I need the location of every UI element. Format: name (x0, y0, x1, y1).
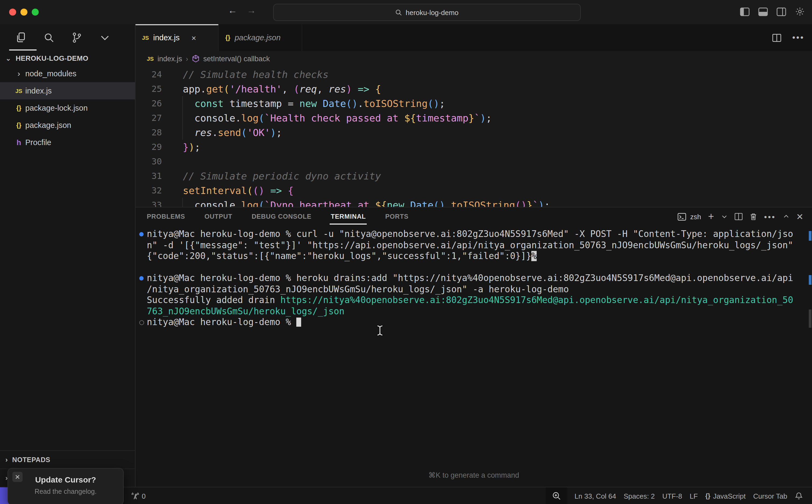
toggle-secondary-sidebar-icon[interactable] (777, 7, 786, 16)
breadcrumb-separator: › (186, 55, 188, 63)
close-panel-icon[interactable]: ✕ (796, 211, 803, 222)
code-line-33[interactable]: 33 console.log(`Dyno heartbeat at ${new … (135, 198, 812, 207)
eol-status[interactable]: LF (686, 487, 702, 504)
editor-tab-package.json[interactable]: {}package.json (219, 24, 302, 51)
bottom-panel: PROBLEMSOUTPUTDEBUG CONSOLETERMINALPORTS… (135, 207, 812, 487)
terminal-line: Successfully added drain https://nitya%4… (147, 295, 808, 306)
terminal-cursor (296, 318, 301, 327)
root-folder-label: HEROKU-LOG-DEMO (16, 54, 88, 62)
code-line-28[interactable]: 28 res.send('OK'); (135, 125, 812, 140)
command-decoration-icon[interactable] (139, 276, 143, 280)
history-back-icon[interactable]: ← (228, 5, 237, 16)
workspace-root-folder[interactable]: ⌄ HEROKU-LOG-DEMO (0, 51, 135, 65)
terminal-line: n" -d '[{"message": "test"}]' "https://a… (147, 240, 808, 251)
activity-bar (0, 24, 135, 51)
terminal-line: {"code":200,"status":[{"name":"heroku_lo… (147, 251, 808, 262)
code-line-24[interactable]: 24// Simulate health checks (135, 67, 812, 82)
file-item-package-lock.json[interactable]: {}package-lock.json (0, 99, 135, 117)
language-mode-status[interactable]: {} JavaScript (702, 487, 749, 504)
kill-terminal-trash-icon[interactable] (750, 213, 757, 221)
editor-tab-index.js[interactable]: JSindex.js× (135, 24, 219, 51)
zoom-indicator[interactable] (546, 487, 567, 504)
terminal-dropdown-chevron-icon[interactable] (721, 213, 728, 220)
panel-tab-debug-console[interactable]: DEBUG CONSOLE (252, 207, 311, 226)
source-control-icon[interactable] (71, 32, 83, 44)
editor-more-actions-icon[interactable]: ••• (792, 33, 804, 42)
close-tab-icon[interactable]: × (191, 33, 196, 42)
indentation-status[interactable]: Spaces: 2 (620, 487, 659, 504)
panel-tab-ports[interactable]: PORTS (385, 207, 409, 226)
terminal-line: nitya@Mac heroku-log-demo % (147, 317, 808, 328)
terminal-shell-chip[interactable]: zsh (678, 213, 701, 221)
split-terminal-icon[interactable] (735, 213, 743, 220)
braces-icon: {} (705, 492, 710, 500)
ports-count: 0 (142, 492, 145, 500)
symbol-cube-icon (192, 55, 199, 63)
code-line-27[interactable]: 27 console.log(`Health check passed at $… (135, 111, 812, 125)
command-center-search[interactable]: heroku-log-demo (273, 4, 581, 21)
code-line-29[interactable]: 29}); (135, 140, 812, 154)
file-item-Procfile[interactable]: hProcfile (0, 134, 135, 151)
settings-gear-icon[interactable] (795, 6, 805, 17)
chevron-down-icon: ⌄ (5, 54, 11, 62)
title-bar: ← → heroku-log-demo (0, 0, 812, 24)
maximize-window-button[interactable] (32, 9, 39, 16)
breadcrumb[interactable]: JS index.js › setInterval() callback (135, 51, 812, 66)
split-editor-icon[interactable] (772, 34, 781, 42)
code-line-25[interactable]: 25app.get('/health', (req, res) => { (135, 82, 812, 96)
history-forward-icon[interactable]: → (247, 5, 256, 16)
code-line-26[interactable]: 26 const timestamp = new Date().toISOStr… (135, 96, 812, 111)
heroku-file-icon: h (16, 138, 21, 147)
terminal-output[interactable]: nitya@Mac heroku-log-demo % curl -u "nit… (135, 229, 808, 487)
panel-more-actions-icon[interactable]: ••• (764, 212, 776, 221)
forwarded-ports-status[interactable]: 0 (127, 487, 149, 504)
scrollbar-thumb[interactable] (809, 309, 811, 328)
js-file-icon: JS (15, 88, 22, 94)
code-line-32[interactable]: 32setInterval(() => { (135, 183, 812, 198)
new-terminal-icon[interactable]: + (708, 211, 714, 222)
file-item-index.js[interactable]: JSindex.js (0, 82, 135, 99)
terminal-line: 763_nJO9encbUWsGmSu/heroku_logs/_json (147, 306, 808, 317)
encoding-status[interactable]: UTF-8 (659, 487, 686, 504)
terminal-line: /nitya_organization_50763_nJO9encbUWsGmS… (147, 284, 808, 295)
more-views-chevron-icon[interactable] (99, 32, 111, 44)
explorer-sidebar: ⌄ HEROKU-LOG-DEMO ›node_modulesJSindex.j… (0, 24, 135, 487)
panel-tab-problems[interactable]: PROBLEMS (147, 207, 185, 226)
toggle-primary-sidebar-icon[interactable] (740, 7, 750, 16)
window-controls (9, 9, 39, 16)
notification-close-icon[interactable]: ✕ (12, 472, 23, 482)
cursor-tab-status[interactable]: Cursor Tab (749, 487, 791, 504)
update-notification: ✕ Update Cursor? Read the changelog. (8, 468, 124, 504)
search-icon (396, 9, 403, 16)
code-line-31[interactable]: 31// Simulate periodic dyno activity (135, 169, 812, 183)
code-editor[interactable]: 24// Simulate health checks25app.get('/h… (135, 66, 812, 207)
editor-tab-bar: JSindex.js×{}package.json ••• (135, 24, 812, 51)
command-decoration-icon[interactable] (139, 320, 144, 325)
breadcrumb-symbol[interactable]: setInterval() callback (203, 55, 270, 63)
sidebar-section-notepads[interactable]: › NOTEPADS (0, 450, 135, 469)
notification-body[interactable]: Read the changelog. (8, 488, 123, 495)
file-item-package.json[interactable]: {}package.json (0, 117, 135, 134)
scrollbar-mark (809, 275, 811, 285)
panel-tab-output[interactable]: OUTPUT (205, 207, 232, 226)
search-sidebar-icon[interactable] (43, 32, 55, 44)
cursor-position-status[interactable]: Ln 33, Col 64 (571, 487, 620, 504)
minimize-window-button[interactable] (20, 9, 27, 16)
file-list: ›node_modulesJSindex.js{}package-lock.js… (0, 65, 135, 151)
js-file-icon: JS (147, 55, 154, 62)
maximize-panel-chevron-icon[interactable] (783, 213, 789, 220)
terminal-line: nitya@Mac heroku-log-demo % heroku drain… (147, 273, 808, 284)
panel-tab-terminal[interactable]: TERMINAL (331, 207, 366, 226)
command-decoration-icon[interactable] (139, 232, 143, 236)
breadcrumb-file[interactable]: index.js (157, 55, 182, 63)
chevron-right-icon: › (17, 69, 20, 78)
toggle-panel-icon[interactable] (758, 7, 768, 16)
notifications-bell-icon[interactable] (791, 487, 807, 504)
scrollbar-mark (809, 231, 811, 241)
code-line-30[interactable]: 30 (135, 154, 812, 169)
close-window-button[interactable] (9, 9, 16, 16)
explorer-icon[interactable] (15, 32, 27, 44)
json-file-icon: {} (225, 34, 231, 41)
file-item-node_modules[interactable]: ›node_modules (0, 65, 135, 82)
app-window: ← → heroku-log-demo (0, 0, 812, 504)
